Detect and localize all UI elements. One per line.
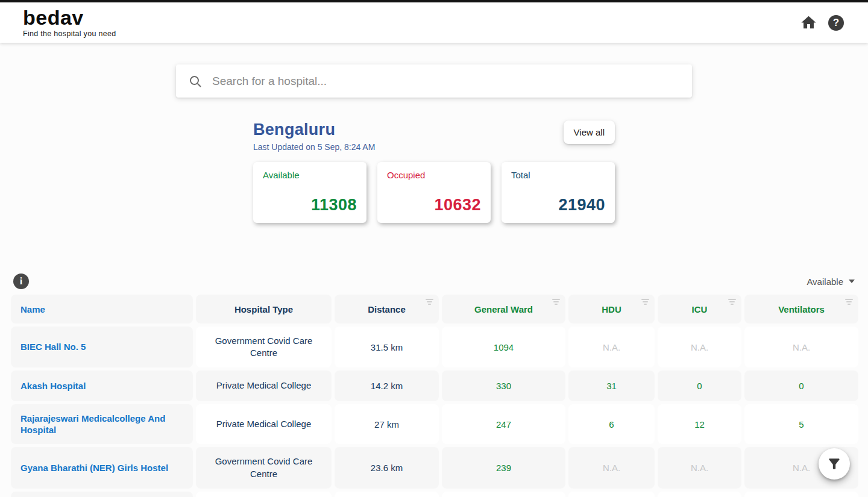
icu-cell: N.A. bbox=[658, 447, 741, 489]
help-glyph: ? bbox=[828, 15, 844, 31]
general-ward-cell: 247 bbox=[442, 404, 565, 444]
hospital-type-cell: Government Covid Care Centre bbox=[196, 447, 332, 489]
stat-label: Total bbox=[511, 170, 605, 180]
filter-icon[interactable] bbox=[426, 299, 433, 306]
column-header-label: ICU bbox=[692, 304, 708, 314]
hdu-cell: 31 bbox=[568, 370, 655, 401]
stat-value: 11308 bbox=[263, 196, 357, 214]
hospital-type-cell: Private Medical College bbox=[196, 404, 332, 444]
column-header-hdu[interactable]: HDU bbox=[568, 295, 655, 324]
general-ward-cell: 330 bbox=[442, 370, 565, 401]
ventilators-cell: 0 bbox=[744, 370, 858, 401]
distance-cell: 23.6 km bbox=[335, 447, 439, 489]
hospital-type-cell bbox=[196, 492, 332, 497]
column-header-ventilators[interactable]: Ventilators bbox=[744, 295, 858, 324]
distance-cell bbox=[335, 492, 439, 497]
column-header-distance[interactable]: Distance bbox=[335, 295, 439, 324]
stat-label: Available bbox=[263, 170, 357, 180]
hospital-name-link[interactable]: Akash Hospital bbox=[11, 370, 193, 401]
hospital-name-link[interactable]: Gyana Bharathi (NER) Girls Hostel bbox=[11, 447, 193, 489]
hospital-name-link[interactable]: BIEC Hall No. 5 bbox=[11, 327, 193, 367]
column-header-label: Hospital Type bbox=[234, 304, 293, 314]
icu-cell: 0 bbox=[658, 370, 741, 401]
stat-label: Occupied bbox=[387, 170, 481, 180]
icu-cell: 12 bbox=[658, 404, 741, 444]
filter-icon[interactable] bbox=[845, 299, 853, 306]
app-header: bedav Find the hospital you need ? bbox=[0, 2, 868, 43]
stat-card-occupied: Occupied 10632 bbox=[377, 162, 491, 223]
filter-icon[interactable] bbox=[728, 299, 736, 306]
icu-cell bbox=[658, 492, 741, 497]
ventilators-cell: N.A. bbox=[744, 327, 858, 367]
filter-funnel-icon bbox=[826, 456, 842, 472]
distance-cell: 14.2 km bbox=[335, 370, 439, 401]
column-header-icu[interactable]: ICU bbox=[658, 295, 741, 324]
distance-cell: 27 km bbox=[335, 404, 439, 444]
sort-dropdown-label: Available bbox=[807, 277, 843, 287]
search-input[interactable] bbox=[212, 75, 680, 88]
filter-icon[interactable] bbox=[552, 299, 560, 306]
sort-dropdown[interactable]: Available bbox=[807, 277, 855, 287]
hospital-name-link[interactable] bbox=[11, 492, 193, 497]
filter-fab-button[interactable] bbox=[819, 448, 850, 480]
search-bar[interactable] bbox=[176, 64, 692, 98]
hospital-name-link[interactable]: Rajarajeswari Medicalcollege And Hospita… bbox=[11, 404, 193, 444]
column-header-label: Ventilators bbox=[778, 304, 825, 314]
hdu-cell: N.A. bbox=[568, 327, 655, 367]
column-header-label: Name bbox=[20, 304, 45, 314]
column-header-label: HDU bbox=[602, 304, 621, 314]
app-tagline: Find the hospital you need bbox=[23, 30, 116, 38]
last-updated: Last Updated on 5 Sep, 8:24 AM bbox=[253, 142, 375, 152]
view-all-button[interactable]: View all bbox=[564, 120, 615, 144]
search-icon bbox=[188, 74, 203, 89]
general-ward-cell bbox=[442, 492, 565, 497]
filter-icon[interactable] bbox=[641, 299, 649, 306]
icu-cell: N.A. bbox=[658, 327, 741, 367]
stat-value: 21940 bbox=[511, 196, 605, 214]
stat-card-total: Total 21940 bbox=[502, 162, 615, 223]
help-icon[interactable]: ? bbox=[827, 14, 845, 32]
logo-block[interactable]: bedav Find the hospital you need bbox=[23, 7, 116, 38]
home-icon[interactable] bbox=[799, 14, 817, 32]
app-logo[interactable]: bedav bbox=[23, 7, 116, 28]
ventilators-cell: 5 bbox=[744, 404, 858, 444]
distance-cell: 31.5 km bbox=[335, 327, 439, 367]
column-header-general-ward[interactable]: General Ward bbox=[442, 295, 565, 324]
column-header-label: Distance bbox=[368, 304, 406, 314]
stat-value: 10632 bbox=[387, 196, 481, 214]
hospital-type-cell: Government Covid Care Centre bbox=[196, 327, 332, 367]
hospital-table: Name Hospital Type Distance General Ward… bbox=[11, 295, 857, 497]
city-name: Bengaluru bbox=[253, 120, 375, 139]
info-icon[interactable]: i bbox=[13, 274, 29, 289]
hospital-table-section: i Available Name Hospital Type Distance … bbox=[11, 274, 857, 497]
hdu-cell bbox=[568, 492, 655, 497]
column-header-hospital-type[interactable]: Hospital Type bbox=[196, 295, 332, 324]
stat-card-available: Available 11308 bbox=[253, 162, 366, 223]
hospital-type-cell: Private Medical College bbox=[196, 370, 332, 401]
hdu-cell: 6 bbox=[568, 404, 655, 444]
hdu-cell: N.A. bbox=[568, 447, 655, 489]
general-ward-cell: 1094 bbox=[442, 327, 565, 367]
column-header-label: General Ward bbox=[474, 304, 533, 314]
chevron-down-icon bbox=[849, 280, 855, 283]
ventilators-cell bbox=[744, 492, 858, 497]
city-section: Bengaluru Last Updated on 5 Sep, 8:24 AM… bbox=[253, 120, 615, 223]
general-ward-cell: 239 bbox=[442, 447, 565, 489]
column-header-name[interactable]: Name bbox=[11, 295, 193, 324]
